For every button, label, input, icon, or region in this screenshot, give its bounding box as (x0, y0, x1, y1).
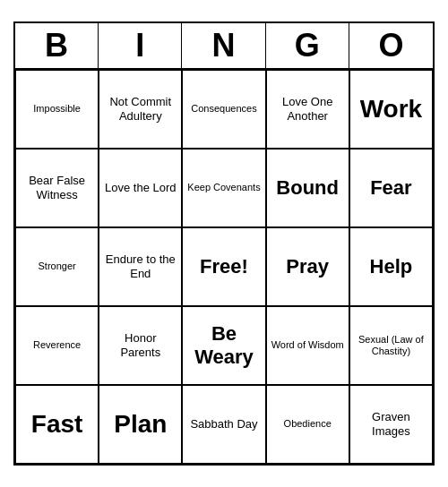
bingo-cell-21: Plan (99, 385, 182, 464)
header-cell-g: G (266, 23, 349, 68)
header-cell-o: O (349, 23, 433, 68)
bingo-cell-16: Honor Parents (99, 306, 182, 385)
bingo-cell-13: Pray (266, 227, 349, 306)
bingo-cell-4: Work (349, 70, 433, 149)
bingo-cell-5: Bear False Witness (15, 149, 99, 227)
bingo-grid: ImpossibleNot Commit AdulteryConsequence… (15, 70, 433, 464)
header-cell-i: I (99, 23, 182, 68)
bingo-cell-20: Fast (15, 385, 99, 464)
bingo-cell-15: Reverence (15, 306, 99, 385)
bingo-cell-3: Love One Another (266, 70, 349, 149)
bingo-cell-6: Love the Lord (99, 149, 182, 227)
bingo-cell-9: Fear (349, 149, 433, 227)
header-cell-b: B (15, 23, 99, 68)
bingo-cell-14: Help (349, 227, 433, 306)
bingo-cell-24: Graven Images (349, 385, 433, 464)
bingo-cell-12: Free! (182, 227, 265, 306)
bingo-cell-8: Bound (266, 149, 349, 227)
bingo-cell-2: Consequences (182, 70, 265, 149)
bingo-cell-18: Word of Wisdom (266, 306, 349, 385)
bingo-cell-17: Be Weary (182, 306, 265, 385)
bingo-cell-23: Obedience (266, 385, 349, 464)
bingo-card: BINGO ImpossibleNot Commit AdulteryConse… (13, 21, 435, 466)
bingo-cell-7: Keep Covenants (182, 149, 265, 227)
header-cell-n: N (182, 23, 265, 68)
bingo-cell-10: Stronger (15, 227, 99, 306)
bingo-header: BINGO (15, 23, 433, 70)
bingo-cell-22: Sabbath Day (182, 385, 265, 464)
bingo-cell-19: Sexual (Law of Chastity) (349, 306, 433, 385)
bingo-cell-11: Endure to the End (99, 227, 182, 306)
bingo-cell-1: Not Commit Adultery (99, 70, 182, 149)
bingo-cell-0: Impossible (15, 70, 99, 149)
